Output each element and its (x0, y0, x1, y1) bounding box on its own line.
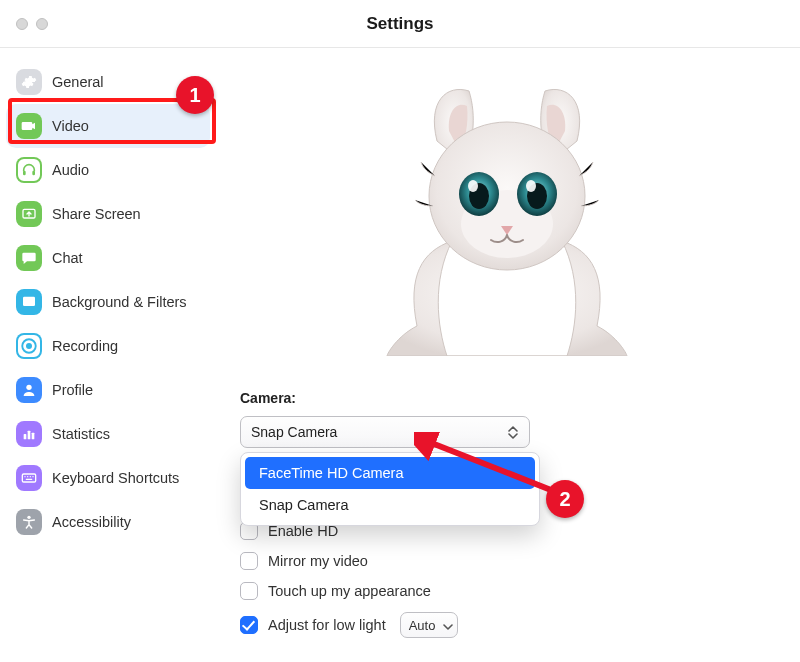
camera-option[interactable]: FaceTime HD Camera (245, 457, 535, 489)
lowlight-mode-value: Auto (409, 618, 436, 633)
sidebar-item-profile[interactable]: Profile (6, 368, 210, 412)
camera-label: Camera: (240, 390, 776, 406)
sidebar-item-audio[interactable]: Audio (6, 148, 210, 192)
sidebar-item-label: Accessibility (52, 514, 131, 530)
sidebar-item-recording[interactable]: Recording (6, 324, 210, 368)
sidebar-item-stats[interactable]: Statistics (6, 412, 210, 456)
svg-rect-9 (28, 431, 31, 440)
svg-point-15 (32, 476, 33, 477)
camera-option[interactable]: Snap Camera (245, 489, 535, 521)
svg-point-13 (27, 476, 28, 477)
svg-rect-1 (32, 171, 35, 176)
sidebar-item-bg[interactable]: Background & Filters (6, 280, 210, 324)
sidebar-item-a11y[interactable]: Accessibility (6, 500, 210, 544)
option-mirror[interactable]: Mirror my video (240, 552, 776, 570)
sidebar-item-label: Recording (52, 338, 118, 354)
sidebar-item-label: Profile (52, 382, 93, 398)
sidebar-item-label: Keyboard Shortcuts (52, 470, 179, 486)
video-preview (240, 66, 774, 366)
svg-point-4 (27, 299, 30, 302)
checkbox-lowlight[interactable] (240, 616, 258, 634)
svg-point-24 (468, 180, 478, 192)
sidebar-item-label: Audio (52, 162, 89, 178)
profile-icon (16, 377, 42, 403)
camera-select[interactable]: Snap Camera (240, 416, 530, 448)
window-title: Settings (0, 14, 800, 34)
svg-point-12 (24, 476, 25, 477)
option-touchup[interactable]: Touch up my appearance (240, 582, 776, 600)
option-label: Touch up my appearance (268, 583, 431, 599)
sidebar-item-label: Background & Filters (52, 294, 187, 310)
sidebar-item-label: Video (52, 118, 89, 134)
headphones-icon (16, 157, 42, 183)
sidebar-item-label: Share Screen (52, 206, 141, 222)
annotation-marker-2: 2 (546, 480, 584, 518)
bg-icon (16, 289, 42, 315)
video-options: Enable HD Mirror my video Touch up my ap… (240, 522, 776, 662)
sidebar-item-label: General (52, 74, 104, 90)
option-label: Mirror my video (268, 553, 368, 569)
gear-icon (16, 69, 42, 95)
sidebar-item-share[interactable]: Share Screen (6, 192, 210, 236)
share-icon (16, 201, 42, 227)
settings-window: Settings GeneralVideoAudioShare ScreenCh… (0, 0, 800, 662)
sidebar-item-video[interactable]: Video (6, 104, 210, 148)
cat-filter-image (377, 76, 637, 356)
main-panel: Camera: Snap Camera FaceTime HD CameraSn… (216, 48, 800, 662)
video-icon (16, 113, 42, 139)
sidebar-item-label: Chat (52, 250, 83, 266)
option-lowlight[interactable]: Adjust for low light Auto (240, 612, 776, 638)
chevron-down-icon (443, 618, 453, 633)
sidebar-item-chat[interactable]: Chat (6, 236, 210, 280)
svg-point-25 (526, 180, 536, 192)
window-body: GeneralVideoAudioShare ScreenChatBackgro… (0, 48, 800, 662)
chevron-updown-icon (503, 421, 523, 443)
svg-rect-10 (32, 433, 35, 440)
keyboard-icon (16, 465, 42, 491)
checkbox-mirror[interactable] (240, 552, 258, 570)
chat-icon (16, 245, 42, 271)
a11y-icon (16, 509, 42, 535)
checkbox-touchup[interactable] (240, 582, 258, 600)
lowlight-mode-select[interactable]: Auto (400, 612, 459, 638)
svg-rect-11 (22, 474, 35, 482)
camera-select-value: Snap Camera (251, 424, 337, 440)
stats-icon (16, 421, 42, 447)
sidebar-item-kb[interactable]: Keyboard Shortcuts (6, 456, 210, 500)
sidebar-item-label: Statistics (52, 426, 110, 442)
svg-rect-16 (26, 479, 33, 480)
svg-point-6 (26, 343, 32, 349)
titlebar: Settings (0, 0, 800, 48)
sidebar: GeneralVideoAudioShare ScreenChatBackgro… (0, 48, 216, 662)
camera-dropdown: FaceTime HD CameraSnap Camera (240, 452, 540, 526)
record-icon (16, 333, 42, 359)
camera-select-wrap: Snap Camera FaceTime HD CameraSnap Camer… (240, 416, 530, 448)
svg-point-17 (27, 516, 30, 519)
svg-rect-0 (23, 171, 26, 176)
svg-point-7 (26, 385, 31, 390)
annotation-marker-1: 1 (176, 76, 214, 114)
svg-rect-8 (24, 434, 27, 439)
svg-point-14 (30, 476, 31, 477)
option-label: Adjust for low light (268, 617, 386, 633)
